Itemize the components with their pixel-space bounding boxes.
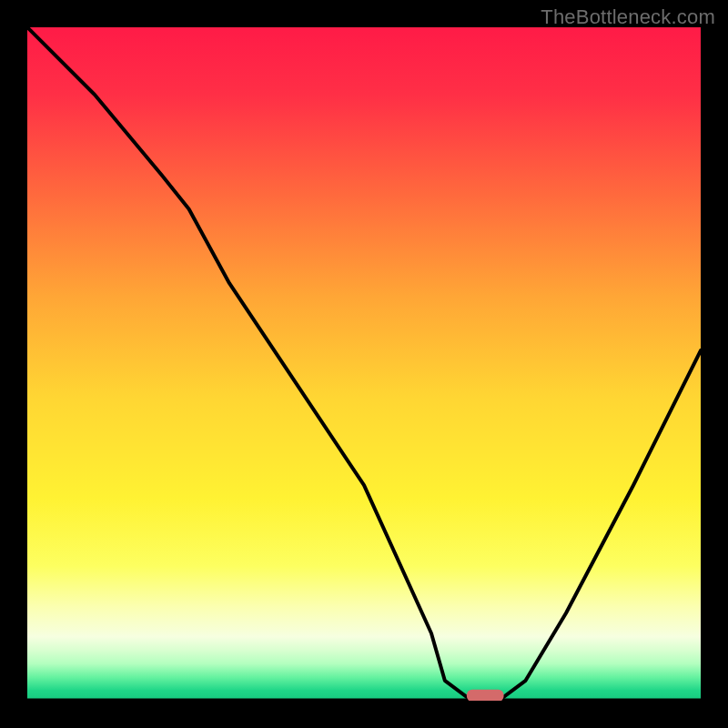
gradient-background	[27, 27, 701, 701]
bottleneck-chart	[27, 27, 701, 701]
plot-area	[27, 27, 701, 701]
chart-frame: TheBottleneck.com	[0, 0, 728, 728]
watermark-text: TheBottleneck.com	[541, 5, 715, 29]
optimal-marker	[467, 690, 504, 701]
